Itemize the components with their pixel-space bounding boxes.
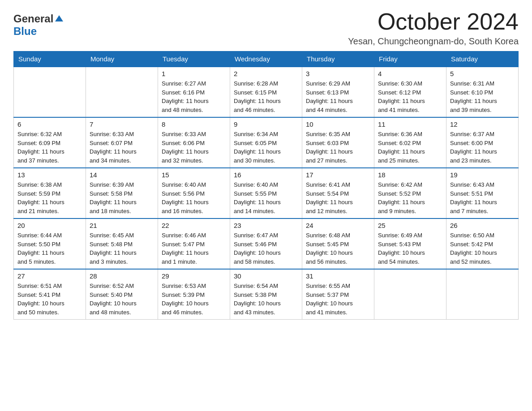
day-number: 31 — [306, 272, 370, 280]
calendar-cell: 17Sunrise: 6:41 AMSunset: 5:54 PMDayligh… — [302, 168, 374, 218]
header-thursday: Thursday — [302, 51, 374, 67]
weekday-header-row: Sunday Monday Tuesday Wednesday Thursday… — [14, 51, 519, 67]
calendar-cell: 26Sunrise: 6:50 AMSunset: 5:42 PMDayligh… — [446, 218, 519, 269]
day-number: 3 — [306, 70, 370, 77]
day-info: Sunrise: 6:34 AMSunset: 6:05 PMDaylight:… — [234, 130, 298, 165]
header-sunday: Sunday — [14, 51, 86, 67]
calendar-cell: 27Sunrise: 6:51 AMSunset: 5:41 PMDayligh… — [14, 269, 86, 320]
day-info: Sunrise: 6:42 AMSunset: 5:52 PMDaylight:… — [378, 180, 442, 215]
calendar-cell: 16Sunrise: 6:40 AMSunset: 5:55 PMDayligh… — [230, 168, 302, 218]
calendar-cell — [86, 67, 158, 117]
svg-marker-0 — [55, 15, 63, 21]
calendar-cell: 25Sunrise: 6:49 AMSunset: 5:43 PMDayligh… — [374, 218, 446, 269]
day-number: 15 — [162, 171, 226, 179]
day-number: 24 — [306, 222, 370, 229]
calendar-cell — [14, 67, 86, 117]
day-number: 1 — [162, 70, 226, 77]
day-number: 22 — [162, 222, 226, 229]
day-number: 10 — [306, 120, 370, 128]
day-info: Sunrise: 6:46 AMSunset: 5:47 PMDaylight:… — [162, 231, 226, 266]
page-header: General Blue October 2024 Yesan, Chungch… — [13, 9, 519, 47]
day-info: Sunrise: 6:36 AMSunset: 6:02 PMDaylight:… — [378, 130, 442, 165]
logo: General Blue — [13, 13, 63, 37]
header-wednesday: Wednesday — [230, 51, 302, 67]
day-number: 17 — [306, 171, 370, 179]
calendar-cell — [446, 269, 519, 320]
calendar-cell: 22Sunrise: 6:46 AMSunset: 5:47 PMDayligh… — [158, 218, 230, 269]
calendar-cell: 15Sunrise: 6:40 AMSunset: 5:56 PMDayligh… — [158, 168, 230, 218]
calendar-cell: 23Sunrise: 6:47 AMSunset: 5:46 PMDayligh… — [230, 218, 302, 269]
calendar-cell: 5Sunrise: 6:31 AMSunset: 6:10 PMDaylight… — [446, 67, 519, 117]
calendar-week-row: 1Sunrise: 6:27 AMSunset: 6:16 PMDaylight… — [14, 67, 519, 117]
day-info: Sunrise: 6:38 AMSunset: 5:59 PMDaylight:… — [17, 180, 82, 215]
calendar-cell: 29Sunrise: 6:53 AMSunset: 5:39 PMDayligh… — [158, 269, 230, 320]
day-number: 27 — [17, 272, 82, 280]
day-number: 23 — [234, 222, 298, 229]
calendar-cell: 11Sunrise: 6:36 AMSunset: 6:02 PMDayligh… — [374, 117, 446, 168]
day-info: Sunrise: 6:27 AMSunset: 6:16 PMDaylight:… — [162, 79, 226, 114]
header-tuesday: Tuesday — [158, 51, 230, 67]
day-info: Sunrise: 6:49 AMSunset: 5:43 PMDaylight:… — [378, 231, 442, 266]
calendar-cell: 4Sunrise: 6:30 AMSunset: 6:12 PMDaylight… — [374, 67, 446, 117]
day-number: 21 — [90, 222, 154, 229]
day-info: Sunrise: 6:45 AMSunset: 5:48 PMDaylight:… — [90, 231, 154, 266]
day-info: Sunrise: 6:39 AMSunset: 5:58 PMDaylight:… — [90, 180, 154, 215]
calendar-cell: 10Sunrise: 6:35 AMSunset: 6:03 PMDayligh… — [302, 117, 374, 168]
day-number: 25 — [378, 222, 442, 229]
day-info: Sunrise: 6:54 AMSunset: 5:38 PMDaylight:… — [234, 282, 298, 317]
day-number: 18 — [378, 171, 442, 179]
day-info: Sunrise: 6:40 AMSunset: 5:56 PMDaylight:… — [162, 180, 226, 215]
title-area: October 2024 Yesan, Chungcheongnam-do, S… — [348, 9, 519, 47]
day-info: Sunrise: 6:47 AMSunset: 5:46 PMDaylight:… — [234, 231, 298, 266]
location-title: Yesan, Chungcheongnam-do, South Korea — [348, 36, 519, 47]
header-friday: Friday — [374, 51, 446, 67]
day-number: 5 — [450, 70, 515, 77]
day-number: 20 — [17, 222, 82, 229]
day-number: 11 — [378, 120, 442, 128]
calendar-cell: 7Sunrise: 6:33 AMSunset: 6:07 PMDaylight… — [86, 117, 158, 168]
day-number: 4 — [378, 70, 442, 77]
calendar-week-row: 20Sunrise: 6:44 AMSunset: 5:50 PMDayligh… — [14, 218, 519, 269]
day-info: Sunrise: 6:28 AMSunset: 6:15 PMDaylight:… — [234, 79, 298, 114]
calendar-cell: 21Sunrise: 6:45 AMSunset: 5:48 PMDayligh… — [86, 218, 158, 269]
calendar-week-row: 13Sunrise: 6:38 AMSunset: 5:59 PMDayligh… — [14, 168, 519, 218]
day-info: Sunrise: 6:48 AMSunset: 5:45 PMDaylight:… — [306, 231, 370, 266]
day-info: Sunrise: 6:33 AMSunset: 6:07 PMDaylight:… — [90, 130, 154, 165]
calendar-cell: 13Sunrise: 6:38 AMSunset: 5:59 PMDayligh… — [14, 168, 86, 218]
day-number: 12 — [450, 120, 515, 128]
calendar-cell — [374, 269, 446, 320]
calendar-cell: 14Sunrise: 6:39 AMSunset: 5:58 PMDayligh… — [86, 168, 158, 218]
day-info: Sunrise: 6:40 AMSunset: 5:55 PMDaylight:… — [234, 180, 298, 215]
day-number: 19 — [450, 171, 515, 179]
day-info: Sunrise: 6:30 AMSunset: 6:12 PMDaylight:… — [378, 79, 442, 114]
day-info: Sunrise: 6:52 AMSunset: 5:40 PMDaylight:… — [90, 282, 154, 317]
calendar-week-row: 6Sunrise: 6:32 AMSunset: 6:09 PMDaylight… — [14, 117, 519, 168]
day-info: Sunrise: 6:33 AMSunset: 6:06 PMDaylight:… — [162, 130, 226, 165]
day-info: Sunrise: 6:29 AMSunset: 6:13 PMDaylight:… — [306, 79, 370, 114]
calendar-cell: 31Sunrise: 6:55 AMSunset: 5:37 PMDayligh… — [302, 269, 374, 320]
day-number: 30 — [234, 272, 298, 280]
day-number: 26 — [450, 222, 515, 229]
calendar-cell: 3Sunrise: 6:29 AMSunset: 6:13 PMDaylight… — [302, 67, 374, 117]
day-info: Sunrise: 6:53 AMSunset: 5:39 PMDaylight:… — [162, 282, 226, 317]
day-number: 7 — [90, 120, 154, 128]
calendar-cell: 1Sunrise: 6:27 AMSunset: 6:16 PMDaylight… — [158, 67, 230, 117]
day-number: 13 — [17, 171, 82, 179]
calendar-cell: 30Sunrise: 6:54 AMSunset: 5:38 PMDayligh… — [230, 269, 302, 320]
calendar-cell: 24Sunrise: 6:48 AMSunset: 5:45 PMDayligh… — [302, 218, 374, 269]
day-number: 28 — [90, 272, 154, 280]
day-number: 9 — [234, 120, 298, 128]
day-number: 8 — [162, 120, 226, 128]
logo-triangle-icon — [55, 14, 63, 24]
calendar-cell: 19Sunrise: 6:43 AMSunset: 5:51 PMDayligh… — [446, 168, 519, 218]
day-number: 16 — [234, 171, 298, 179]
day-info: Sunrise: 6:50 AMSunset: 5:42 PMDaylight:… — [450, 231, 515, 266]
day-info: Sunrise: 6:44 AMSunset: 5:50 PMDaylight:… — [17, 231, 82, 266]
calendar-cell: 8Sunrise: 6:33 AMSunset: 6:06 PMDaylight… — [158, 117, 230, 168]
calendar-cell: 12Sunrise: 6:37 AMSunset: 6:00 PMDayligh… — [446, 117, 519, 168]
day-info: Sunrise: 6:51 AMSunset: 5:41 PMDaylight:… — [17, 282, 82, 317]
calendar-cell: 18Sunrise: 6:42 AMSunset: 5:52 PMDayligh… — [374, 168, 446, 218]
header-monday: Monday — [86, 51, 158, 67]
calendar-cell: 20Sunrise: 6:44 AMSunset: 5:50 PMDayligh… — [14, 218, 86, 269]
month-title: October 2024 — [348, 9, 519, 34]
